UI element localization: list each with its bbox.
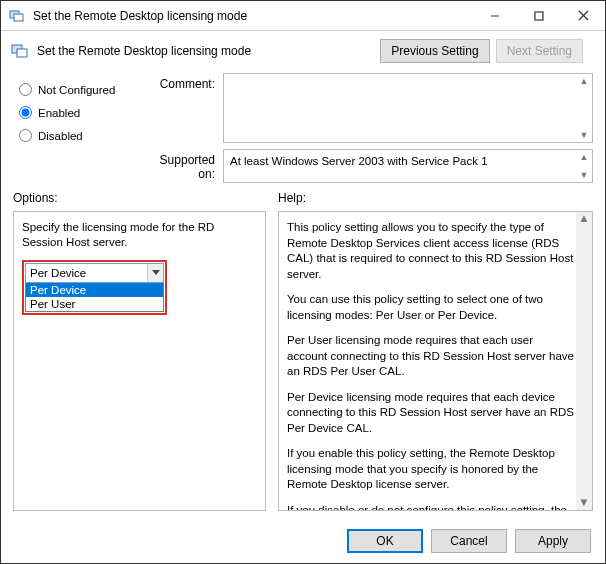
title-bar: Set the Remote Desktop licensing mode: [1, 1, 605, 31]
chevron-down-icon[interactable]: [147, 264, 163, 282]
help-p2: Per User licensing mode requires that ea…: [287, 333, 574, 380]
highlight-box: Per Device Per Device Per User: [22, 260, 167, 315]
radio-disabled-label: Disabled: [38, 130, 83, 142]
help-p0: This policy setting allows you to specif…: [287, 220, 574, 282]
options-label: Options:: [13, 185, 266, 211]
scroll-down-icon[interactable]: ▼: [576, 168, 592, 182]
app-icon: [9, 8, 25, 24]
radio-not-configured[interactable]: Not Configured: [19, 83, 143, 96]
window-title: Set the Remote Desktop licensing mode: [33, 9, 473, 23]
radio-disabled[interactable]: Disabled: [19, 129, 143, 142]
state-radios: Not Configured Enabled Disabled: [13, 73, 143, 156]
policy-dialog: Set the Remote Desktop licensing mode Se…: [0, 0, 606, 564]
help-p1: You can use this policy setting to selec…: [287, 292, 574, 323]
cancel-button[interactable]: Cancel: [431, 529, 507, 553]
supported-text: At least Windows Server 2003 with Servic…: [230, 155, 488, 167]
radio-enabled[interactable]: Enabled: [19, 106, 143, 119]
help-p5: If you disable or do not configure this …: [287, 503, 574, 511]
radio-enabled-label: Enabled: [38, 107, 80, 119]
licensing-mode-combo[interactable]: Per Device: [25, 263, 164, 283]
footer: OK Cancel Apply: [1, 519, 605, 563]
licensing-mode-dropdown: Per Device Per User: [25, 283, 164, 312]
radio-disabled-input[interactable]: [19, 129, 32, 142]
comment-field[interactable]: ▲ ▼: [223, 73, 593, 143]
help-label: Help:: [278, 185, 593, 211]
scroll-up-icon[interactable]: ▲: [576, 74, 592, 88]
radio-enabled-input[interactable]: [19, 106, 32, 119]
svg-rect-1: [14, 14, 23, 21]
scroll-up-icon[interactable]: ▲: [576, 212, 592, 226]
help-pane: Help: This policy setting allows you to …: [278, 185, 593, 511]
scroll-down-icon[interactable]: ▼: [576, 128, 592, 142]
next-setting-button: Next Setting: [496, 39, 583, 63]
radio-not-configured-label: Not Configured: [38, 84, 115, 96]
help-box: This policy setting allows you to specif…: [278, 211, 593, 511]
close-button[interactable]: [561, 1, 605, 31]
comment-label: Comment:: [143, 73, 223, 143]
scroll-down-icon[interactable]: ▼: [576, 496, 592, 510]
supported-label: Supported on:: [143, 149, 223, 183]
help-p4: If you enable this policy setting, the R…: [287, 446, 574, 493]
previous-setting-button[interactable]: Previous Setting: [380, 39, 489, 63]
dropdown-option-per-user[interactable]: Per User: [26, 297, 163, 311]
apply-button[interactable]: Apply: [515, 529, 591, 553]
panes: Options: Specify the licensing mode for …: [1, 185, 605, 519]
supported-field: At least Windows Server 2003 with Servic…: [223, 149, 593, 183]
help-scrollbar[interactable]: ▲ ▼: [576, 212, 592, 510]
sub-title: Set the Remote Desktop licensing mode: [37, 44, 380, 58]
svg-rect-7: [17, 49, 27, 57]
sub-header: Set the Remote Desktop licensing mode Pr…: [1, 31, 605, 71]
config-row: Not Configured Enabled Disabled Comment:…: [1, 71, 605, 185]
ok-button[interactable]: OK: [347, 529, 423, 553]
policy-icon: [11, 43, 29, 59]
options-box: Specify the licensing mode for the RD Se…: [13, 211, 266, 511]
nav-buttons: Previous Setting Next Setting: [380, 39, 583, 63]
options-instruction: Specify the licensing mode for the RD Se…: [22, 220, 257, 250]
radio-not-configured-input[interactable]: [19, 83, 32, 96]
combo-value: Per Device: [26, 267, 147, 279]
svg-rect-3: [535, 12, 543, 20]
options-pane: Options: Specify the licensing mode for …: [13, 185, 266, 511]
minimize-button[interactable]: [473, 1, 517, 31]
help-p3: Per Device licensing mode requires that …: [287, 390, 574, 437]
scroll-up-icon[interactable]: ▲: [576, 150, 592, 164]
dropdown-option-per-device[interactable]: Per Device: [26, 283, 163, 297]
maximize-button[interactable]: [517, 1, 561, 31]
